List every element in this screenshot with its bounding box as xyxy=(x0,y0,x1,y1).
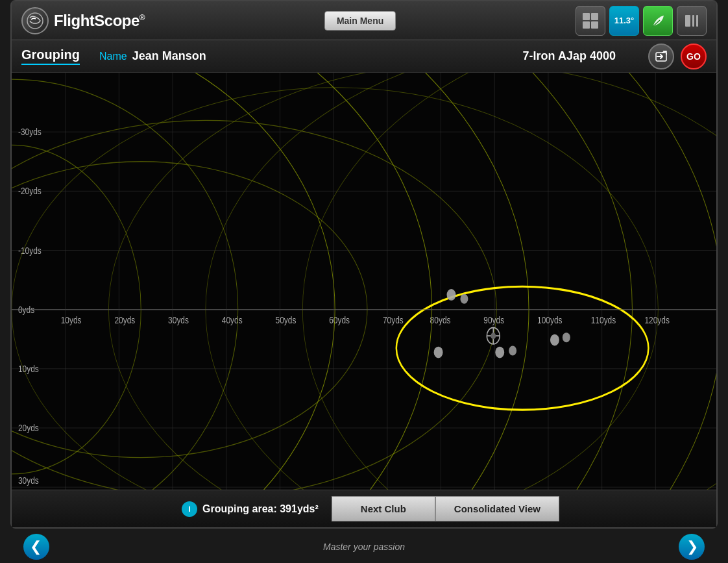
svg-text:30yds: 30yds xyxy=(168,315,189,326)
svg-text:-20yds: -20yds xyxy=(18,186,42,197)
club-name: 7-Iron AJap 4000 xyxy=(523,49,616,63)
svg-point-70 xyxy=(563,332,570,342)
angle-button[interactable]: 11.3° xyxy=(609,6,639,36)
svg-rect-4 xyxy=(696,15,698,27)
name-label: Name xyxy=(99,51,127,62)
svg-text:-30yds: -30yds xyxy=(18,127,42,138)
grouping-area-text: Grouping area: 391yds² xyxy=(202,503,319,515)
section-title: Grouping xyxy=(21,47,80,65)
back-button[interactable]: ❮ xyxy=(23,534,49,560)
svg-rect-3 xyxy=(692,15,694,27)
svg-text:30yds: 30yds xyxy=(18,475,39,486)
logo-area: FlightScope® xyxy=(21,7,145,34)
svg-text:80yds: 80yds xyxy=(430,315,451,326)
name-area: Name Jean Manson xyxy=(99,49,206,63)
next-club-button[interactable]: Next Club xyxy=(332,496,435,521)
panels-button[interactable] xyxy=(677,6,707,36)
svg-text:120yds: 120yds xyxy=(644,315,670,326)
chart-area: -30yds -20yds -10yds 0yds 10yds 20yds 30… xyxy=(12,73,716,490)
svg-text:20yds: 20yds xyxy=(18,423,39,434)
svg-point-63 xyxy=(491,332,496,339)
svg-rect-7 xyxy=(12,73,716,490)
svg-point-64 xyxy=(447,289,456,301)
player-name: Jean Manson xyxy=(132,49,206,63)
svg-rect-2 xyxy=(685,15,690,27)
grid-view-button[interactable] xyxy=(576,6,605,36)
svg-text:110yds: 110yds xyxy=(591,315,616,326)
svg-point-69 xyxy=(550,334,559,346)
svg-point-65 xyxy=(460,294,468,304)
go-button[interactable]: GO xyxy=(681,44,707,69)
svg-text:40yds: 40yds xyxy=(222,315,243,326)
main-menu-button[interactable]: Main Menu xyxy=(324,11,396,31)
top-right-icons: 11.3° xyxy=(576,6,707,36)
forward-button[interactable]: ❯ xyxy=(679,534,705,560)
svg-point-68 xyxy=(434,347,443,358)
logo-icon xyxy=(21,7,49,34)
svg-text:10yds: 10yds xyxy=(18,364,39,375)
svg-text:90yds: 90yds xyxy=(483,315,504,326)
share-button[interactable] xyxy=(648,44,674,69)
svg-point-66 xyxy=(495,347,504,358)
svg-text:60yds: 60yds xyxy=(329,315,350,326)
app-title: FlightScope® xyxy=(54,12,145,30)
consolidated-view-button[interactable]: Consolidated View xyxy=(435,496,559,521)
svg-text:10yds: 10yds xyxy=(61,315,82,326)
info-icon: i xyxy=(182,501,197,517)
svg-text:50yds: 50yds xyxy=(276,315,297,326)
grouping-info: i Grouping area: 391yds² xyxy=(169,501,332,517)
leaf-button[interactable] xyxy=(643,6,673,36)
svg-point-67 xyxy=(509,345,516,355)
tagline: Master your passion xyxy=(323,542,405,552)
svg-text:100yds: 100yds xyxy=(537,315,563,326)
svg-text:20yds: 20yds xyxy=(114,315,135,326)
svg-text:70yds: 70yds xyxy=(383,315,404,326)
